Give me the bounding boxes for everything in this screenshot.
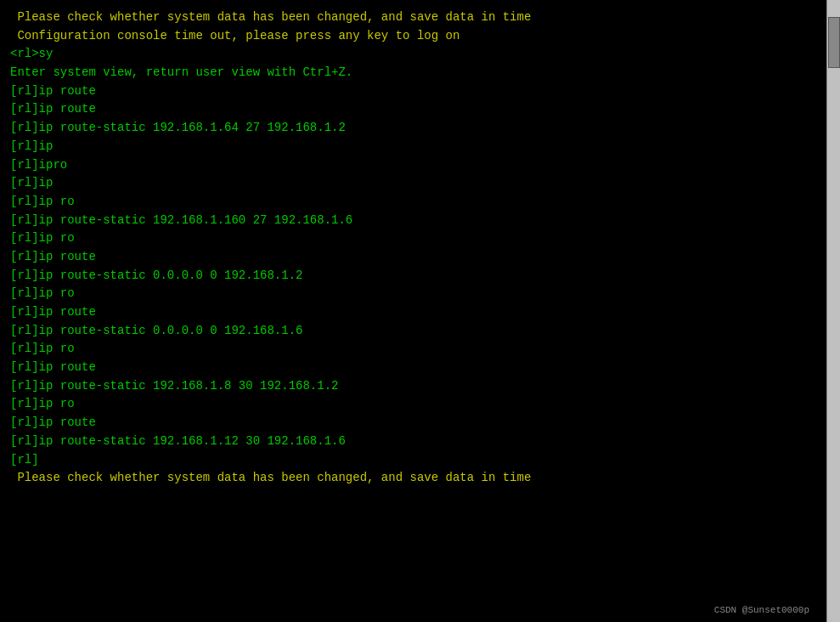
terminal-line: [rl]ip route-static 192.168.1.8 30 192.1… (10, 377, 816, 396)
terminal-container: Please check whether system data has bee… (0, 0, 840, 622)
terminal-line: [rl]ipro (10, 156, 816, 175)
terminal-line: [rl]ip route-static 192.168.1.64 27 192.… (10, 119, 816, 138)
terminal-line: [rl]ip route-static 192.168.1.160 27 192… (10, 212, 816, 230)
terminal-line: [rl]ip route (10, 248, 816, 267)
scrollbar-thumb[interactable] (828, 17, 840, 68)
terminal-line: [rl]ip route (10, 100, 816, 119)
watermark: CSDN @Sunset0000p (714, 605, 809, 615)
terminal-line: <rl>sy (10, 45, 816, 64)
terminal-line: [rl]ip (10, 174, 816, 193)
terminal-line: [rl]ip route (10, 414, 816, 433)
terminal-content[interactable]: Please check whether system data has bee… (0, 0, 826, 622)
terminal-line: [rl]ip ro (10, 193, 816, 212)
terminal-line: [rl]ip ro (10, 340, 816, 359)
terminal-line: [rl]ip route-static 0.0.0.0 0 192.168.1.… (10, 322, 816, 341)
terminal-line: Please check whether system data has bee… (10, 8, 816, 27)
terminal-line: [rl]ip ro (10, 229, 816, 248)
terminal-line: [rl] (10, 451, 816, 470)
scrollbar[interactable] (826, 0, 840, 622)
terminal-line: [rl]ip route (10, 82, 816, 101)
terminal-line: Configuration console time out, please p… (10, 27, 816, 46)
terminal-line: [rl]ip (10, 138, 816, 156)
terminal-line: Enter system view, return user view with… (10, 64, 816, 82)
terminal-line: [rl]ip ro (10, 285, 816, 303)
terminal-line: [rl]ip ro (10, 395, 816, 414)
terminal-line: Please check whether system data has bee… (10, 469, 816, 488)
terminal-line: [rl]ip route (10, 359, 816, 377)
terminal-line: [rl]ip route-static 192.168.1.12 30 192.… (10, 433, 816, 451)
terminal-line: [rl]ip route-static 0.0.0.0 0 192.168.1.… (10, 267, 816, 286)
terminal-line: [rl]ip route (10, 303, 816, 322)
